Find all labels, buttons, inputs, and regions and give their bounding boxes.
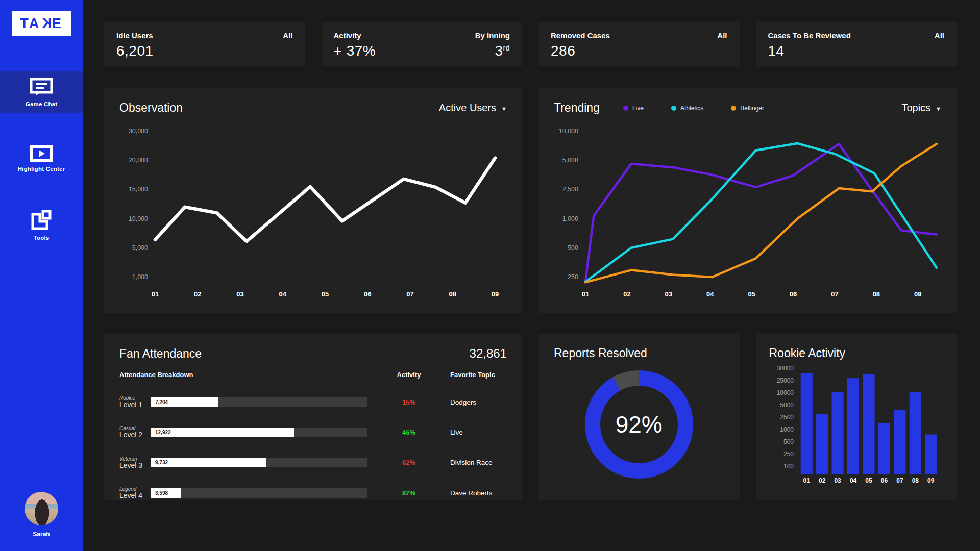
profile-name: Sarah — [33, 531, 50, 538]
rookie-bar-chart: 1002505001000250050001000025000300000102… — [769, 360, 943, 487]
avatar[interactable] — [24, 492, 58, 525]
tier-level: Level 4 — [119, 492, 148, 499]
sidebar-item-label: Tools — [34, 235, 50, 241]
chevron-down-icon: ▼ — [501, 106, 507, 112]
play-icon — [30, 145, 53, 162]
legend-label: Athletics — [680, 105, 703, 112]
fan-attendance-card: Fan Attendance 32,861 Attendance Breakdo… — [104, 334, 522, 500]
stat-filter: All — [717, 31, 727, 40]
stat-label: Activity — [334, 31, 376, 40]
reports-resolved-title: Reports Resolved — [554, 346, 647, 360]
legend-dot-icon — [623, 106, 628, 111]
chevron-down-icon: ▼ — [936, 106, 941, 112]
svg-text:5,000: 5,000 — [132, 244, 148, 252]
favorite-topic: Dave Roberts — [450, 489, 507, 497]
active-users-dropdown[interactable]: Active Users ▼ — [439, 102, 507, 114]
svg-text:07: 07 — [406, 290, 413, 298]
svg-text:03: 03 — [834, 477, 841, 484]
stat-card-removed-cases: Removed Cases 286 All — [538, 22, 740, 66]
stat-filter: All — [283, 31, 292, 40]
col-favorite-topic: Favorite Topic — [450, 371, 507, 379]
tier-level: Level 3 — [119, 462, 148, 469]
svg-text:25000: 25000 — [776, 377, 794, 384]
stat-value: 14 — [768, 43, 851, 59]
fan-row-level-2: CasualLevel 2 12,922 46% Live — [119, 425, 507, 439]
fan-row-level-3: VeteranLevel 3 9,732 62% Division Race — [119, 456, 507, 469]
svg-text:10000: 10000 — [776, 389, 794, 396]
stat-label: Idle Users — [116, 31, 154, 40]
fan-column-headers: Attendance Breakdown Activity Favorite T… — [119, 371, 507, 379]
svg-text:07: 07 — [896, 477, 903, 484]
svg-text:05: 05 — [322, 290, 329, 298]
attendance-value: 9,732 — [151, 460, 168, 465]
attendance-value: 7,204 — [151, 399, 168, 405]
svg-text:04: 04 — [849, 477, 856, 484]
svg-text:09: 09 — [492, 290, 499, 298]
svg-text:04: 04 — [706, 290, 714, 298]
svg-text:01: 01 — [582, 290, 589, 298]
trending-card: Trending Live Athletics Bellinger — [538, 88, 957, 313]
fan-row-level-4: LegendLevel 4 3,598 87% Dave Roberts — [119, 486, 507, 499]
col-activity: Activity — [371, 371, 447, 379]
logo-text: TA — [20, 16, 40, 32]
attendance-bar: 3,598 — [151, 488, 368, 498]
svg-text:5000: 5000 — [780, 402, 794, 409]
svg-text:500: 500 — [783, 438, 793, 445]
legend-item-athletics: Athletics — [671, 105, 703, 112]
attendance-bar: 9,732 — [151, 458, 368, 467]
squares-icon — [31, 209, 52, 231]
stat-value: + 37% — [334, 43, 376, 59]
fan-attendance-total: 32,861 — [470, 346, 507, 361]
stat-card-activity: Activity + 37% By Inning 3rd — [322, 22, 523, 66]
legend-item-bellinger: Bellinger — [731, 105, 764, 112]
donut-percent: 92% — [585, 370, 693, 479]
svg-text:30,000: 30,000 — [129, 128, 148, 135]
topics-dropdown[interactable]: Topics ▼ — [901, 102, 941, 114]
tier-level: Level 1 — [119, 401, 148, 409]
dropdown-value: Active Users — [439, 102, 496, 114]
sidebar-item-highlight-center[interactable]: Highlight Center — [0, 138, 83, 180]
main-content: Idle Users 6,201 All Activity + 37% By I… — [83, 0, 980, 551]
svg-text:02: 02 — [623, 290, 630, 298]
stat-card-cases-to-review: Cases To Be Reviewed 14 All — [756, 22, 957, 66]
stat-card-idle-users: Idle Users 6,201 All — [104, 22, 305, 66]
logo-text: E — [52, 16, 63, 32]
stat-label: Cases To Be Reviewed — [768, 31, 851, 40]
svg-text:5,000: 5,000 — [562, 157, 578, 164]
sidebar: TAKE Game Chat Highlight Center Tools Sa… — [0, 0, 83, 551]
svg-text:09: 09 — [914, 290, 921, 298]
sidebar-item-game-chat[interactable]: Game Chat — [0, 71, 83, 113]
sidebar-nav: Game Chat Highlight Center Tools — [0, 71, 83, 270]
stat-filter: By Inning — [475, 31, 510, 40]
chat-bubble-icon — [30, 78, 53, 97]
svg-text:100: 100 — [783, 463, 793, 470]
app-logo: TAKE — [12, 11, 71, 36]
svg-text:1,000: 1,000 — [132, 273, 148, 281]
observation-line-chart: 1,0005,00010,00015,00020,00030,000010203… — [119, 115, 506, 303]
svg-text:08: 08 — [912, 477, 919, 484]
svg-text:10,000: 10,000 — [559, 128, 578, 135]
svg-text:06: 06 — [790, 290, 797, 298]
svg-text:1,000: 1,000 — [562, 215, 578, 222]
stat-filter: All — [935, 31, 944, 40]
svg-text:15,000: 15,000 — [129, 186, 148, 193]
observation-card: Observation Active Users ▼ 1,0005,00010,… — [104, 88, 522, 313]
svg-text:02: 02 — [194, 290, 201, 298]
svg-text:03: 03 — [665, 290, 672, 298]
svg-text:1000: 1000 — [780, 426, 794, 433]
svg-text:01: 01 — [803, 477, 810, 484]
sidebar-item-label: Game Chat — [26, 101, 58, 107]
trending-legend: Live Athletics Bellinger — [623, 105, 764, 112]
svg-text:250: 250 — [783, 450, 793, 458]
svg-text:03: 03 — [236, 290, 243, 298]
legend-dot-icon — [731, 106, 736, 111]
svg-text:06: 06 — [880, 477, 888, 484]
attendance-value: 12,922 — [151, 430, 171, 435]
sidebar-item-tools[interactable]: Tools — [0, 204, 83, 246]
user-profile[interactable]: Sarah — [24, 492, 58, 551]
svg-text:06: 06 — [364, 290, 371, 298]
legend-label: Bellinger — [740, 105, 764, 112]
fan-row-level-1: RookieLevel 1 7,204 15% Dodgers — [119, 395, 507, 409]
legend-label: Live — [632, 105, 644, 112]
attendance-bar: 12,922 — [151, 428, 368, 437]
